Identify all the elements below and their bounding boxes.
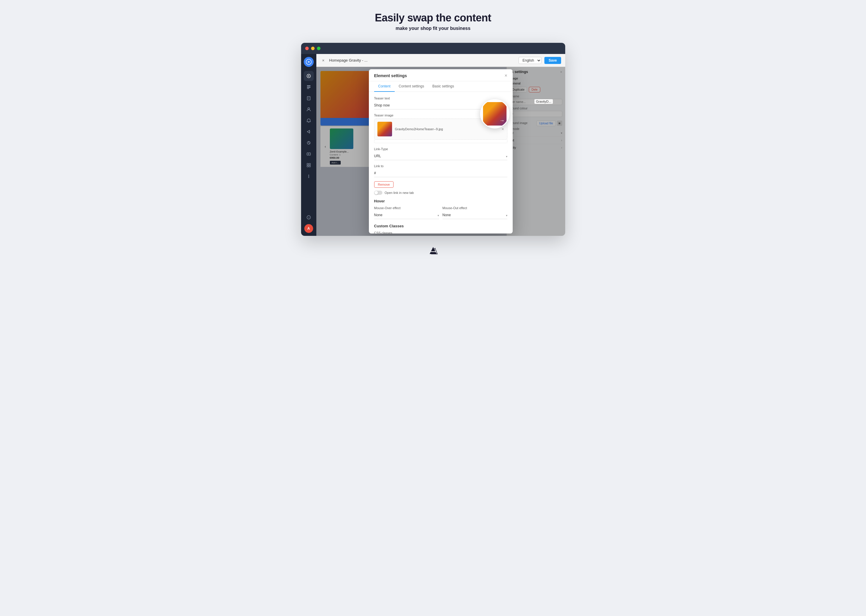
modal-close-button[interactable]: × (504, 73, 507, 78)
open-link-label: Open link in new tab (385, 191, 414, 195)
save-button[interactable]: Save (544, 57, 561, 64)
mouse-over-select-wrapper: None ▾ (374, 211, 439, 219)
link-type-group: Link-Type URL Page None ▾ (374, 147, 507, 160)
page-header: Easily swap the content make your shop f… (375, 12, 491, 31)
app-layout: ? A × Homepage Gravity - ... English Sav… (301, 54, 565, 236)
sidebar-logo[interactable] (304, 57, 314, 67)
teaser-text-label: Teaser text (374, 96, 507, 100)
svg-rect-14 (309, 165, 310, 167)
hover-image-inner: → (483, 102, 507, 126)
image-thumb-inner (377, 122, 392, 137)
upload-drop-area (374, 140, 507, 143)
hover-image-arrow-icon: → (499, 118, 505, 124)
css-classes-label: CSS classes (374, 231, 507, 234)
modal-overlay: Element settings × Content Content setti… (316, 67, 565, 236)
open-link-toggle[interactable] (374, 191, 383, 195)
image-thumbnail (377, 122, 392, 137)
svg-marker-20 (430, 247, 437, 254)
open-link-toggle-row: Open link in new tab (374, 191, 507, 195)
hover-image-label: GravityD... (534, 99, 553, 104)
sidebar: ? A (301, 54, 316, 236)
mouse-out-label: Mouse-Out effect (442, 206, 507, 210)
sidebar-icon-help[interactable]: ? (304, 212, 314, 222)
svg-rect-13 (307, 165, 309, 167)
image-remove-button[interactable]: × (502, 127, 504, 131)
sidebar-avatar[interactable]: A (304, 224, 313, 233)
browser-toolbar (301, 43, 565, 54)
sidebar-icon-analytics[interactable] (304, 138, 314, 148)
modal-tabs: Content Content settings Basic settings (369, 81, 513, 92)
page-heading: Easily swap the content (375, 12, 491, 24)
modal-title: Element settings (374, 73, 407, 78)
sidebar-icon-notifications[interactable] (304, 116, 314, 126)
sidebar-icon-dashboard[interactable] (304, 71, 314, 81)
remove-button[interactable]: Remove (374, 181, 394, 188)
sidebar-icon-grid[interactable] (304, 160, 314, 170)
image-filename: GravityDemo2HomeTeaser--9.jpg (395, 127, 499, 131)
svg-text:?: ? (308, 217, 310, 219)
bottom-logo (427, 245, 439, 256)
tab-content[interactable]: Content (374, 81, 395, 92)
element-settings-modal: Element settings × Content Content setti… (369, 69, 513, 234)
svg-rect-12 (309, 163, 310, 165)
svg-point-17 (308, 177, 309, 178)
hover-image-circle: → (480, 99, 509, 129)
mouse-over-select[interactable]: None (374, 211, 439, 219)
link-type-label: Link-Type (374, 147, 507, 151)
mouse-out-select-wrapper: None ▾ (442, 211, 507, 219)
sidebar-icon-pages[interactable] (304, 82, 314, 92)
svg-rect-11 (307, 163, 309, 165)
link-to-label: Link to (374, 164, 507, 168)
mouse-out-group: Mouse-Out effect None ▾ (442, 206, 507, 219)
browser-window: ? A × Homepage Gravity - ... English Sav… (301, 43, 565, 236)
workspace: 1000x1000 ✏ Shop now ‹ Zenit Example... … (316, 67, 565, 236)
link-type-select-wrapper: URL Page None ▾ (374, 152, 507, 160)
sidebar-icon-menu[interactable] (304, 171, 314, 181)
browser-dot-red[interactable] (305, 47, 309, 50)
custom-classes-title: Custom Classes (374, 224, 507, 228)
svg-rect-5 (307, 88, 309, 89)
hover-effects-row: Mouse-Over effect None ▾ M (374, 206, 507, 219)
toggle-knob (375, 191, 378, 195)
svg-marker-10 (308, 153, 310, 155)
svg-point-7 (308, 108, 310, 109)
tab-basic-settings[interactable]: Basic settings (428, 81, 458, 92)
sidebar-icon-files[interactable] (304, 93, 314, 103)
app-header-close-button[interactable]: × (320, 58, 326, 63)
sidebar-bottom: ? A (304, 212, 314, 233)
sidebar-icon-marketing[interactable] (304, 127, 314, 137)
mouse-out-select[interactable]: None (442, 211, 507, 219)
mouse-over-group: Mouse-Over effect None ▾ (374, 206, 439, 219)
modal-header: Element settings × (369, 69, 513, 81)
link-to-input[interactable] (374, 169, 507, 177)
app-header-title: Homepage Gravity - ... (329, 58, 516, 63)
hover-section-title: Hover (374, 199, 507, 203)
browser-dot-green[interactable] (317, 47, 320, 50)
link-type-select[interactable]: URL Page None (374, 152, 507, 160)
page-subheading: make your shop fit your business (375, 26, 491, 31)
mouse-over-label: Mouse-Over effect (374, 206, 439, 210)
svg-rect-6 (307, 96, 310, 100)
zeplin-logo-icon (427, 245, 439, 256)
svg-point-16 (308, 176, 309, 177)
svg-point-15 (308, 175, 309, 176)
app-header: × Homepage Gravity - ... English Save (316, 54, 565, 67)
tab-content-settings[interactable]: Content settings (395, 81, 428, 92)
language-selector[interactable]: English (518, 57, 542, 64)
svg-point-2 (308, 75, 309, 77)
sidebar-icon-media[interactable] (304, 149, 314, 159)
custom-classes-section: Custom Classes CSS classes i (374, 224, 507, 234)
sidebar-icon-users[interactable] (304, 104, 314, 115)
link-to-group: Link to (374, 164, 507, 177)
svg-rect-4 (307, 87, 310, 88)
svg-rect-3 (307, 85, 310, 86)
browser-dot-yellow[interactable] (311, 47, 315, 50)
